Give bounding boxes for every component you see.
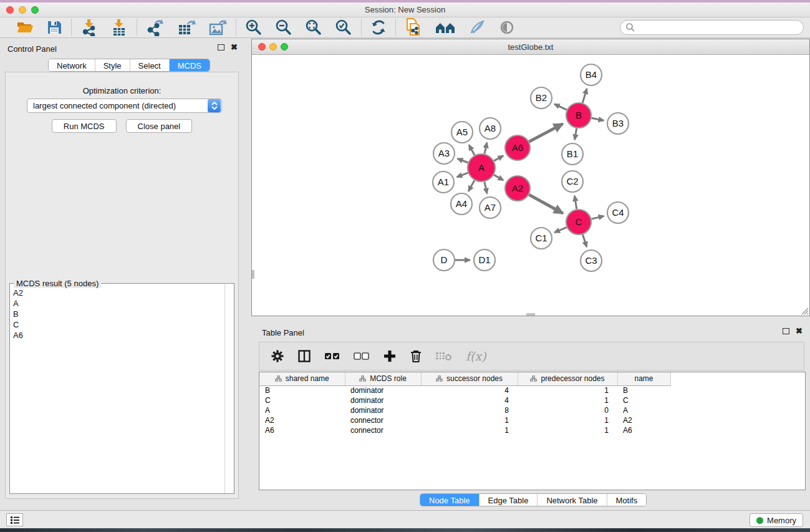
import-network-icon[interactable]	[80, 19, 98, 36]
edge-A-A6[interactable]	[494, 156, 503, 161]
list-item[interactable]: B	[11, 309, 224, 319]
list-item[interactable]: A2	[11, 288, 224, 298]
table-cell[interactable]: C	[259, 395, 345, 405]
add-column-icon[interactable]	[383, 349, 397, 363]
table-options-gear-icon[interactable]	[271, 349, 284, 363]
table-cell[interactable]: 1	[518, 425, 617, 435]
table-cell[interactable]: 4	[421, 385, 518, 395]
edge-B-B3[interactable]	[592, 118, 604, 120]
table-cell[interactable]: B	[259, 385, 345, 395]
tab-network[interactable]: Network	[49, 59, 95, 71]
export-network-icon[interactable]	[146, 19, 165, 36]
table-cell[interactable]: 1	[518, 385, 617, 395]
float-panel-icon[interactable]	[218, 44, 224, 51]
table-cell[interactable]: 8	[421, 405, 518, 415]
close-panel-button[interactable]: Close panel	[126, 119, 193, 133]
column-header-predecessor-nodes[interactable]: predecessor nodes	[518, 372, 617, 385]
table-row[interactable]: Adominator80A	[259, 405, 806, 415]
table-row[interactable]: A2connector11A2	[259, 415, 806, 425]
column-header-name[interactable]: name	[617, 372, 670, 385]
table-cell[interactable]: connector	[345, 425, 421, 435]
search-input[interactable]	[635, 21, 803, 34]
edge-A-A2[interactable]	[494, 175, 503, 180]
paint-mapping-off-icon[interactable]	[468, 19, 486, 36]
import-table-icon[interactable]	[110, 19, 128, 36]
table-cell[interactable]: connector	[345, 415, 421, 425]
table-cell[interactable]: 1	[518, 395, 617, 405]
edge-A-A8[interactable]	[485, 143, 487, 154]
table-cell[interactable]: 1	[421, 425, 518, 435]
delete-table-icon[interactable]	[435, 350, 453, 362]
tab-node-table[interactable]: Node Table	[420, 494, 479, 506]
table-cell[interactable]: C	[617, 395, 670, 405]
tab-edge-table[interactable]: Edge Table	[479, 494, 538, 506]
float-panel-icon[interactable]	[783, 328, 789, 334]
table-cell[interactable]: 1	[518, 415, 617, 425]
table-cell[interactable]: A2	[259, 415, 345, 425]
column-header-successor-nodes[interactable]: successor nodes	[421, 372, 518, 385]
save-session-icon[interactable]	[46, 19, 62, 36]
edge-B-B1[interactable]	[575, 128, 577, 140]
delete-column-icon[interactable]	[410, 349, 422, 363]
refresh-icon[interactable]	[370, 19, 387, 36]
edge-A-A1[interactable]	[457, 173, 468, 177]
list-item[interactable]: A6	[11, 330, 224, 341]
close-panel-icon[interactable]: ✖	[231, 44, 238, 51]
show-column-icon[interactable]	[297, 349, 311, 363]
table-row[interactable]: Bdominator41B	[259, 385, 806, 395]
deselect-all-checks-icon[interactable]	[354, 349, 370, 363]
table-row[interactable]: A6connector11A6	[259, 425, 806, 435]
list-item[interactable]: C	[11, 319, 224, 330]
edge-A-A5[interactable]	[469, 145, 475, 155]
edge-B-B2[interactable]	[554, 104, 567, 110]
criterion-dropdown[interactable]: largest connected component (directed)	[27, 99, 222, 113]
column-header-shared-name[interactable]: shared name	[259, 372, 345, 385]
edge-A-A7[interactable]	[485, 181, 487, 193]
vertical-scroll-thumb[interactable]	[252, 270, 254, 279]
export-image-icon[interactable]	[208, 19, 227, 36]
network-canvas[interactable]: AA1A2A3A4A5A6A7A8BB1B2B3B4CC1C2C3C4DD1	[252, 55, 809, 316]
close-panel-icon[interactable]: ✖	[796, 328, 803, 334]
table-cell[interactable]: 4	[421, 395, 518, 405]
search-field[interactable]	[620, 20, 804, 35]
column-header-mcds-role[interactable]: MCDS role	[345, 372, 421, 385]
run-mcds-button[interactable]: Run MCDS	[52, 119, 117, 133]
table-cell[interactable]: 1	[421, 415, 518, 425]
edge-B-B4[interactable]	[582, 89, 587, 103]
table-cell[interactable]: dominator	[345, 395, 421, 405]
birdseye-view-icon[interactable]	[435, 19, 456, 36]
show-hide-icon[interactable]	[498, 19, 516, 36]
table-cell[interactable]: dominator	[345, 385, 421, 395]
table-row[interactable]: Cdominator41C	[259, 395, 806, 405]
list-item[interactable]: A	[11, 298, 224, 309]
scrollbar-track[interactable]	[224, 284, 234, 493]
zoom-in-icon[interactable]	[245, 19, 263, 36]
memory-button[interactable]: Memory	[750, 513, 803, 527]
edge-C-C2[interactable]	[575, 196, 577, 209]
edge-A6-B[interactable]	[529, 124, 563, 142]
tab-network-table[interactable]: Network Table	[537, 494, 606, 506]
edge-C-C3[interactable]	[582, 235, 586, 247]
show-panels-list-button[interactable]	[6, 513, 23, 526]
edge-C-C1[interactable]	[554, 227, 566, 232]
zoom-selected-icon[interactable]	[335, 19, 352, 36]
clone-network-icon[interactable]	[405, 18, 422, 37]
resize-grip-icon[interactable]	[800, 306, 809, 315]
zoom-out-icon[interactable]	[275, 19, 292, 36]
edge-A2-C[interactable]	[529, 195, 562, 213]
table-cell[interactable]: A6	[259, 425, 345, 435]
export-table-icon[interactable]	[177, 19, 196, 36]
table-cell[interactable]: dominator	[345, 405, 421, 415]
tab-style[interactable]: Style	[95, 59, 130, 71]
horizontal-scroll-thumb[interactable]	[526, 313, 535, 316]
open-file-icon[interactable]	[16, 19, 34, 36]
edge-C-C4[interactable]	[591, 216, 604, 219]
table-cell[interactable]: A6	[617, 425, 670, 435]
edge-A-A4[interactable]	[468, 180, 475, 191]
function-builder-icon[interactable]: f(x)	[466, 349, 486, 363]
table-cell[interactable]: A2	[617, 415, 670, 425]
table-cell[interactable]: 0	[518, 405, 617, 415]
network-window-titlebar[interactable]: testGlobe.txt	[252, 39, 809, 55]
tab-motifs[interactable]: Motifs	[607, 494, 647, 506]
edge-A-A3[interactable]	[458, 158, 468, 162]
